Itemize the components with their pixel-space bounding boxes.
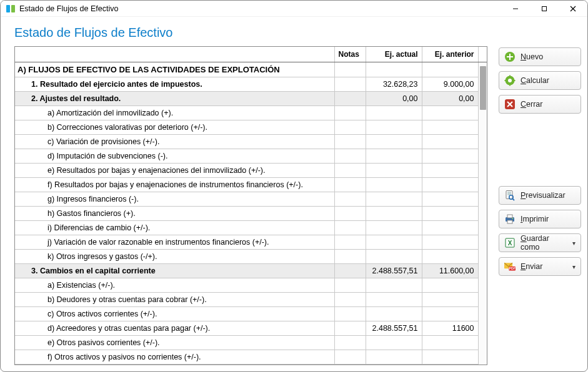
cell-anterior[interactable] <box>422 207 478 221</box>
table-row[interactable]: a) Existencias (+/-). <box>15 278 487 293</box>
cell-desc[interactable]: 3. Cambios en el capital corriente <box>15 264 334 278</box>
cell-actual[interactable] <box>366 336 422 350</box>
cell-actual[interactable] <box>366 106 422 120</box>
cell-desc[interactable]: d) Imputación de subvenciones (-). <box>15 149 334 164</box>
cell-desc[interactable]: h) Gastos financieros (+). <box>15 207 334 221</box>
scrollbar-thumb[interactable] <box>480 66 486 110</box>
cell-actual[interactable] <box>366 250 422 264</box>
cell-actual[interactable] <box>366 278 422 293</box>
cell-notas[interactable] <box>334 278 366 293</box>
cell-anterior[interactable]: 11600 <box>422 321 478 336</box>
maximize-button[interactable] <box>530 1 559 16</box>
table-row[interactable]: f) Resultados por bajas y enajenaciones … <box>15 178 487 192</box>
col-actual-header[interactable]: Ej. actual <box>366 47 422 62</box>
cell-anterior[interactable] <box>422 135 478 149</box>
table-row[interactable]: c) Otros activos corrientes (+/-). <box>15 307 487 321</box>
table-row[interactable]: d) Acreedores y otras cuentas para pagar… <box>15 321 487 336</box>
cell-actual[interactable] <box>366 307 422 321</box>
col-notas-header[interactable]: Notas <box>334 47 366 62</box>
cell-desc[interactable]: j) Variación de valor razonable en instr… <box>15 235 334 250</box>
cell-actual[interactable] <box>366 235 422 250</box>
table-row[interactable]: e) Otros pasivos corrientes (+/-). <box>15 336 487 350</box>
table-row[interactable]: 2. Ajustes del resultado.0,000,00 <box>15 92 487 106</box>
cell-notas[interactable] <box>334 135 366 149</box>
cell-notas[interactable] <box>334 178 366 192</box>
table-row[interactable]: 1. Resultado del ejercicio antes de impu… <box>15 77 487 92</box>
guardar-como-button[interactable]: X Guardar como ▾ <box>499 233 581 252</box>
cell-desc[interactable]: 2. Ajustes del resultado. <box>15 92 334 106</box>
cell-notas[interactable] <box>334 149 366 164</box>
cell-anterior[interactable] <box>422 336 478 350</box>
cell-actual[interactable] <box>366 293 422 307</box>
table-row[interactable]: a) Amortización del inmovilizado (+). <box>15 106 487 120</box>
cell-desc[interactable]: k) Otros ingresos y gastos (-/+). <box>15 250 334 264</box>
cell-anterior[interactable] <box>422 178 478 192</box>
cell-notas[interactable] <box>334 192 366 207</box>
cell-actual[interactable]: 2.488.557,51 <box>366 264 422 278</box>
cell-desc[interactable]: A) FLUJOS DE EFECTIVO DE LAS ACTIVIDADES… <box>15 62 334 77</box>
cell-anterior[interactable] <box>422 221 478 235</box>
table-row[interactable]: j) Variación de valor razonable en instr… <box>15 235 487 250</box>
cell-anterior[interactable]: 0,00 <box>422 92 478 106</box>
minimize-button[interactable] <box>501 1 530 16</box>
cell-actual[interactable] <box>366 350 422 365</box>
cell-anterior[interactable] <box>422 250 478 264</box>
table-row[interactable]: 3. Cambios en el capital corriente2.488.… <box>15 264 487 278</box>
cell-actual[interactable] <box>366 135 422 149</box>
cashflow-table[interactable]: Notas Ej. actual Ej. anterior A) FLUJOS … <box>14 46 487 365</box>
table-row[interactable]: h) Gastos financieros (+). <box>15 207 487 221</box>
cell-notas[interactable] <box>334 307 366 321</box>
close-button[interactable] <box>559 1 587 16</box>
cell-notas[interactable] <box>334 92 366 106</box>
cell-anterior[interactable] <box>422 235 478 250</box>
cell-desc[interactable]: a) Amortización del inmovilizado (+). <box>15 106 334 120</box>
cell-actual[interactable] <box>366 164 422 178</box>
cell-desc[interactable]: e) Otros pasivos corrientes (+/-). <box>15 336 334 350</box>
cell-actual[interactable] <box>366 207 422 221</box>
cell-notas[interactable] <box>334 120 366 135</box>
cell-actual[interactable] <box>366 149 422 164</box>
previsualizar-button[interactable]: Previsualizar <box>499 186 581 205</box>
cell-notas[interactable] <box>334 164 366 178</box>
cell-actual[interactable]: 32.628,23 <box>366 77 422 92</box>
cell-anterior[interactable] <box>422 192 478 207</box>
cell-anterior[interactable] <box>422 293 478 307</box>
cell-anterior[interactable]: 9.000,00 <box>422 77 478 92</box>
table-row[interactable]: c) Variación de provisiones (+/-). <box>15 135 487 149</box>
cell-notas[interactable] <box>334 350 366 365</box>
cell-desc[interactable]: f) Resultados por bajas y enajenaciones … <box>15 178 334 192</box>
cell-anterior[interactable] <box>422 106 478 120</box>
cell-desc[interactable]: 1. Resultado del ejercicio antes de impu… <box>15 77 334 92</box>
cell-desc[interactable]: c) Otros activos corrientes (+/-). <box>15 307 334 321</box>
cell-desc[interactable]: b) Deudores y otras cuentas para cobrar … <box>15 293 334 307</box>
cell-notas[interactable] <box>334 77 366 92</box>
cell-notas[interactable] <box>334 62 366 77</box>
cell-notas[interactable] <box>334 293 366 307</box>
table-row[interactable]: k) Otros ingresos y gastos (-/+). <box>15 250 487 264</box>
cell-anterior[interactable] <box>422 307 478 321</box>
cell-actual[interactable] <box>366 192 422 207</box>
cell-notas[interactable] <box>334 250 366 264</box>
cell-desc[interactable]: d) Acreedores y otras cuentas para pagar… <box>15 321 334 336</box>
table-row[interactable]: g) Ingresos financieros (-). <box>15 192 487 207</box>
enviar-button[interactable]: PDF Enviar ▾ <box>499 257 581 276</box>
cell-notas[interactable] <box>334 106 366 120</box>
imprimir-button[interactable]: Imprimir <box>499 210 581 228</box>
cell-anterior[interactable] <box>422 164 478 178</box>
cell-desc[interactable]: f) Otros activos y pasivos no corrientes… <box>15 350 334 365</box>
table-row[interactable]: i) Diferencias de cambio (+/-). <box>15 221 487 235</box>
cell-anterior[interactable] <box>422 350 478 365</box>
cell-desc[interactable]: e) Resultados por bajas y enajenaciones … <box>15 164 334 178</box>
vertical-scrollbar[interactable] <box>478 64 487 365</box>
cell-anterior[interactable] <box>422 62 478 77</box>
cerrar-button[interactable]: Cerrar <box>499 95 581 114</box>
cell-actual[interactable]: 0,00 <box>366 92 422 106</box>
nuevo-button[interactable]: Nuevo <box>499 47 581 66</box>
cell-anterior[interactable] <box>422 149 478 164</box>
cell-desc[interactable]: b) Correcciones valorativas por deterior… <box>15 120 334 135</box>
cell-notas[interactable] <box>334 264 366 278</box>
cell-desc[interactable]: a) Existencias (+/-). <box>15 278 334 293</box>
cell-anterior[interactable]: 11.600,00 <box>422 264 478 278</box>
cell-actual[interactable] <box>366 221 422 235</box>
cell-desc[interactable]: g) Ingresos financieros (-). <box>15 192 334 207</box>
